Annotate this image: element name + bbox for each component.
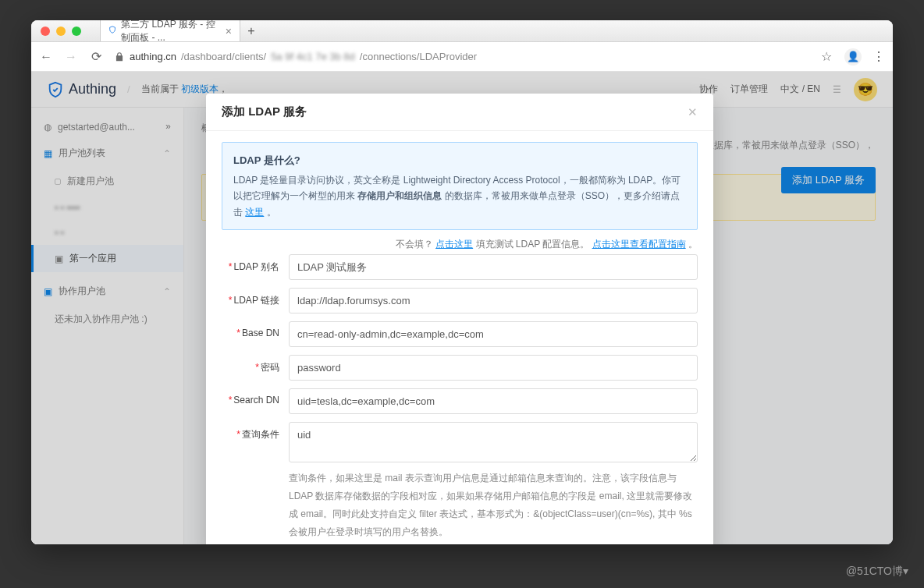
input-query[interactable]: uid bbox=[289, 422, 698, 462]
label-password: 密码 bbox=[261, 362, 279, 373]
window-titlebar: 第三方 LDAP 服务 - 控制面板 - ... × + bbox=[31, 20, 893, 42]
label-query: 查询条件 bbox=[242, 429, 279, 440]
add-ldap-modal: 添加 LDAP 服务 ✕ LDAP 是什么? LDAP 是轻量目录访问协议，英文… bbox=[206, 94, 713, 544]
forward-icon[interactable]: → bbox=[64, 50, 78, 64]
label-basedn: Base DN bbox=[242, 328, 279, 338]
modal-header: 添加 LDAP 服务 ✕ bbox=[206, 94, 713, 131]
url-path: /dashboard/clients/ bbox=[181, 51, 266, 62]
browser-window: 第三方 LDAP 服务 - 控制面板 - ... × + ← → ⟳ authi… bbox=[31, 20, 893, 544]
field-alias: *LDAP 别名 bbox=[222, 254, 698, 280]
browser-toolbar: ← → ⟳ authing.cn/dashboard/clients/ 5a 9… bbox=[31, 42, 893, 72]
minimize-window-button[interactable] bbox=[56, 27, 66, 36]
kebab-menu-icon[interactable]: ⋮ bbox=[872, 49, 885, 64]
close-window-button[interactable] bbox=[41, 27, 50, 36]
label-alias: LDAP 别名 bbox=[234, 261, 279, 272]
modal-body: LDAP 是什么? LDAP 是轻量目录访问协议，英文全称是 Lightweig… bbox=[206, 131, 713, 544]
profile-avatar-icon[interactable]: 👤 bbox=[844, 48, 862, 66]
close-icon[interactable]: ✕ bbox=[688, 105, 698, 119]
config-guide-link[interactable]: 点击这里查看配置指南 bbox=[592, 239, 686, 250]
star-icon[interactable]: ☆ bbox=[819, 49, 833, 64]
browser-tab[interactable]: 第三方 LDAP 服务 - 控制面板 - ... × bbox=[100, 20, 240, 41]
modal-title: 添加 LDAP 服务 bbox=[222, 104, 307, 119]
tip-title: LDAP 是什么? bbox=[233, 152, 686, 169]
tip-link[interactable]: 这里 bbox=[245, 207, 264, 218]
fill-test-link[interactable]: 点击这里 bbox=[435, 239, 473, 250]
input-searchdn[interactable] bbox=[289, 388, 698, 414]
url-host: authing.cn bbox=[130, 51, 176, 62]
tab-title: 第三方 LDAP 服务 - 控制面板 - ... bbox=[121, 20, 221, 44]
back-icon[interactable]: ← bbox=[39, 50, 53, 64]
field-url: *LDAP 链接 bbox=[222, 288, 698, 313]
label-url: LDAP 链接 bbox=[234, 295, 279, 306]
lock-icon bbox=[114, 51, 125, 62]
watermark: @51CTO博▾ bbox=[846, 565, 908, 579]
url-obscured: 5a 9f 4c1 7e 3b 8d bbox=[271, 51, 355, 62]
info-tip: LDAP 是什么? LDAP 是轻量目录访问协议，英文全称是 Lightweig… bbox=[222, 142, 698, 230]
input-basedn[interactable] bbox=[289, 321, 698, 347]
input-url[interactable] bbox=[289, 288, 698, 313]
input-password[interactable] bbox=[289, 355, 698, 381]
field-searchdn: *Search DN bbox=[222, 388, 698, 414]
maximize-window-button[interactable] bbox=[72, 27, 81, 36]
url-tail: /connections/LDAProvider bbox=[360, 51, 477, 62]
label-searchdn: Search DN bbox=[233, 395, 279, 406]
field-password: *密码 bbox=[222, 355, 698, 381]
window-controls bbox=[41, 27, 81, 36]
query-hint: 查询条件，如果这里是 mail 表示查询用户信息是通过邮箱信息来查询的。注意，该… bbox=[289, 469, 698, 540]
shield-icon bbox=[108, 26, 116, 37]
field-query: *查询条件 uid 查询条件，如果这里是 mail 表示查询用户信息是通过邮箱信… bbox=[222, 422, 698, 540]
new-tab-button[interactable]: + bbox=[240, 24, 262, 38]
field-basedn: *Base DN bbox=[222, 321, 698, 347]
close-tab-icon[interactable]: × bbox=[226, 25, 232, 37]
reload-icon[interactable]: ⟳ bbox=[89, 49, 103, 64]
helper-row: 不会填？ 点击这里 填充测试 LDAP 配置信息。 点击这里查看配置指南 。 bbox=[222, 238, 698, 251]
address-bar[interactable]: authing.cn/dashboard/clients/ 5a 9f 4c1 … bbox=[114, 51, 808, 62]
input-alias[interactable] bbox=[289, 254, 698, 280]
